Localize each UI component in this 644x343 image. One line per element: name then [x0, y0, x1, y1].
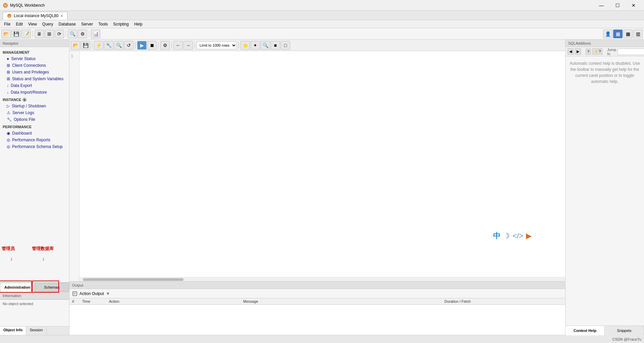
close-button[interactable]: ✕	[626, 0, 641, 11]
open-button[interactable]: 📂	[1, 30, 11, 38]
next-button[interactable]: →	[183, 41, 193, 50]
output-toolbar: Action Output ▼	[69, 289, 565, 298]
maximize-button[interactable]: ☐	[610, 0, 625, 11]
no-object-text: No object selected	[3, 302, 33, 306]
nav-status-variables[interactable]: ⊞ Status and System Variables	[0, 76, 69, 82]
nav-users-privileges[interactable]: ⊞ Users and Privileges	[0, 69, 69, 76]
stop-query-button[interactable]: ⏹	[147, 41, 157, 50]
layout-button-1[interactable]: ▦	[613, 30, 623, 38]
session-tab[interactable]: Session	[26, 327, 46, 335]
execute-current-button[interactable]: ⚡	[94, 41, 103, 50]
nav-client-connections[interactable]: ⊞ Client Connections	[0, 62, 69, 69]
nav-perf-schema[interactable]: ◎ Performance Schema Setup	[0, 143, 69, 150]
manage-connections-button[interactable]: ⊞	[45, 30, 54, 38]
menu-help[interactable]: Help	[131, 21, 145, 27]
users-icon: ⊞	[7, 70, 10, 75]
instance-settings-icon[interactable]: ⚙	[22, 98, 26, 102]
nav-startup-shutdown[interactable]: ▷ Startup / Shutdown	[0, 103, 69, 109]
menu-server[interactable]: Server	[78, 21, 96, 27]
query-toolbar: 📂 💾 ⚡ 🔧 🔍 ↺ ▶ ⏹ ⚙ ← → Limit to 1000 rows	[69, 40, 565, 51]
col-hash: #	[69, 298, 79, 305]
stop-button[interactable]: ↺	[124, 41, 133, 50]
nav-data-import[interactable]: ↓ Data Import/Restore	[0, 89, 69, 96]
sql-input[interactable]	[82, 54, 562, 274]
zoom-fit-button[interactable]: □	[281, 41, 290, 50]
line-1: 1	[71, 54, 78, 58]
nav-perf-reports[interactable]: ◎ Performance Reports	[0, 137, 69, 143]
nav-options-file[interactable]: 🔧 Options File	[0, 116, 69, 123]
snippets-tab[interactable]: Snippets	[605, 326, 644, 335]
jump-to-input[interactable]	[618, 48, 644, 55]
explain-button[interactable]: 🔍	[114, 41, 123, 50]
nav-data-export[interactable]: ↓ Data Export	[0, 82, 69, 89]
performance-dashboard-button[interactable]: 📊	[91, 30, 100, 38]
horizontal-scrollbar[interactable]	[79, 277, 565, 281]
save-query-button[interactable]: 💾	[81, 41, 90, 50]
next-context-button[interactable]: ▶	[575, 48, 581, 55]
toggle-output-button[interactable]: ⚙	[160, 41, 170, 50]
manage-schema-button[interactable]: ⚙	[78, 30, 87, 38]
app-icon: M	[3, 3, 8, 8]
nav-status-label: Status and System Variables	[12, 77, 63, 81]
navigator-tabs: 管理员 管理数据库 ↓ ↓ Administration Schemas	[0, 282, 69, 292]
nav-perf-schema-label: Performance Schema Setup	[12, 144, 63, 149]
execute-selection-button[interactable]: 🔧	[104, 41, 113, 50]
sql-additions-footer: Context Help Snippets	[566, 326, 644, 335]
save-script-button[interactable]: 📝	[21, 30, 31, 38]
options-icon: 🔧	[7, 117, 12, 122]
arrow-right-icon[interactable]: ▶	[526, 232, 532, 240]
action-output-dropdown-icon[interactable]: ▼	[106, 291, 110, 296]
client-connections-icon: ⊞	[7, 63, 10, 68]
bookmark-button[interactable]: ⭐	[240, 41, 250, 50]
menu-scripting[interactable]: Scripting	[110, 21, 131, 27]
execute-all-button[interactable]: ▶	[137, 41, 147, 50]
minimize-button[interactable]: ―	[594, 0, 609, 11]
navigator-content: MANAGEMENT ● Server Status ⊞ Client Conn…	[0, 47, 69, 282]
zoom-100-button[interactable]: ■	[271, 41, 280, 50]
object-info-tab[interactable]: Object Info	[0, 327, 26, 335]
save-button[interactable]: 💾	[11, 30, 21, 38]
administration-tab[interactable]: Administration	[0, 283, 35, 292]
beautify-button[interactable]: ✦	[251, 41, 260, 50]
nav-client-connections-label: Client Connections	[12, 63, 46, 68]
menu-file[interactable]: File	[1, 21, 13, 27]
output-title: Output	[72, 283, 83, 287]
svg-text:M: M	[4, 4, 7, 7]
zoom-in-button[interactable]: 🔍	[261, 41, 270, 50]
menu-query[interactable]: Query	[40, 21, 56, 27]
schema-inspector-button[interactable]: 🔍	[68, 30, 77, 38]
scrollbar-thumb[interactable]	[83, 278, 183, 281]
limit-rows-select[interactable]: Limit to 1000 rows	[197, 41, 237, 49]
nav-server-status-label: Server Status	[11, 56, 36, 61]
schemas-tab[interactable]: Schemas	[35, 283, 69, 292]
auto-help-button[interactable]: ⚡?	[592, 48, 602, 55]
prev-button[interactable]: ←	[173, 41, 183, 50]
action-output-label: Action Output	[79, 291, 104, 296]
query-editor[interactable]: 1 中 ☽ </> ▶	[69, 51, 565, 281]
col-message: Message	[240, 298, 442, 305]
layout-button-3[interactable]: ▥	[633, 30, 643, 38]
window-controls: ― ☐ ✕	[594, 0, 641, 11]
prev-context-button[interactable]: ◀	[568, 48, 574, 55]
help-button[interactable]: ?	[586, 49, 591, 55]
profile-button[interactable]: 👤	[603, 30, 612, 38]
context-help-tab[interactable]: Context Help	[566, 326, 605, 335]
nav-dashboard[interactable]: ◉ Dashboard	[0, 130, 69, 137]
menu-tools[interactable]: Tools	[96, 21, 110, 27]
menu-database[interactable]: Database	[56, 21, 78, 27]
tab-close-icon[interactable]: ✕	[60, 14, 63, 18]
open-query-button[interactable]: 📂	[71, 41, 80, 50]
query-tab-active[interactable]: M Local instance MySQL80 ✕	[3, 12, 67, 20]
reconnect-button[interactable]: ⟳	[55, 30, 64, 38]
main-layout: Navigator MANAGEMENT ● Server Status ⊞ C…	[0, 40, 644, 335]
new-server-connection-button[interactable]: 🖥	[35, 30, 44, 38]
management-section: MANAGEMENT	[0, 48, 69, 55]
layout-button-2[interactable]: ▦	[623, 30, 633, 38]
menu-view[interactable]: View	[25, 21, 40, 27]
editor-content[interactable]	[79, 51, 565, 281]
nav-server-logs[interactable]: ⚠ Server Logs	[0, 109, 69, 116]
menu-edit[interactable]: Edit	[13, 21, 25, 27]
mysql-tab-icon: M	[7, 13, 12, 18]
menu-bar: File Edit View Query Database Server Too…	[0, 20, 644, 28]
nav-server-status[interactable]: ● Server Status	[0, 55, 69, 62]
